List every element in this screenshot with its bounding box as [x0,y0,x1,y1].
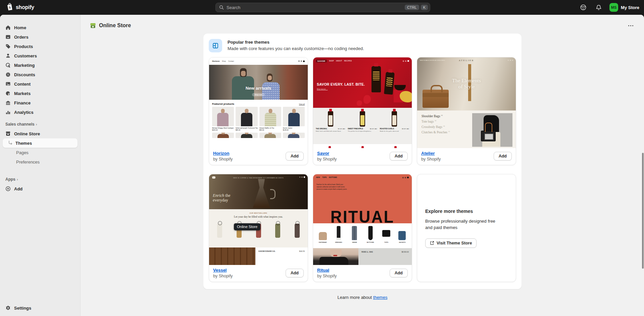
preview-category: Clutches & Pouches [422,131,447,134]
sidebar-item-label: Products [14,44,33,49]
sidebar-item-customers[interactable]: Customers [3,51,78,60]
more-actions-button[interactable] [626,23,635,28]
preview-nav-item: Shop [222,60,226,62]
theme-preview-horizon[interactable]: Horizon Shop Contact [209,57,308,148]
preview-category: Crossbody Bags [422,125,442,129]
sales-channels-header[interactable]: Sales channels › [3,120,78,129]
sidebar-item-label: Online Store [14,131,40,136]
sidebar-item-online-store[interactable]: Online Store [3,129,78,138]
preview-category: BOTTOMS [363,241,377,243]
sidebar-item-markets[interactable]: $ Markets [3,89,78,98]
sidebar-item-label: Marketing [14,63,35,68]
sidebar-item-analytics[interactable]: Analytics [3,107,78,117]
add-theme-button[interactable]: Add [286,269,304,277]
app-frame: Home Orders Products Customers Marketing… [0,15,644,316]
preview-nav-item: SHOP [329,60,334,62]
main-content: Online Store Popular free themes Made wi… [81,15,644,316]
sidebar-item-orders[interactable]: Orders [3,32,78,42]
theme-author: by Shopify [213,157,233,162]
notifications-bell-icon[interactable] [594,3,603,12]
preview-intro-text: Fashion for the wild at heart. Build you… [316,183,349,190]
preview-header-icons [402,177,409,178]
add-theme-button[interactable]: Add [286,152,304,161]
online-store-tooltip: Online Store [234,223,260,230]
sidebar-item-home[interactable]: Home [3,23,78,32]
preview-nav-item: ABOUT [336,60,342,62]
search-input[interactable] [227,5,403,10]
topbar: S shopify CTRL K MS My Store [0,0,644,15]
preview-hero-title: The Elements of Style [417,78,516,90]
theme-preview-atelier[interactable]: NEW IN BAGS SHOES ACCESSORIES ATELIER Th… [417,57,516,148]
elbow-arrow-icon [8,140,13,146]
global-search[interactable]: CTRL K [215,3,430,12]
sidebar-item-label: Finance [14,100,31,105]
sidekick-icon[interactable] [579,3,588,12]
preview-nav-item: TOPS [322,177,327,178]
add-theme-button[interactable]: Add [390,269,408,277]
sidebar-item-themes[interactable]: Themes [3,138,78,148]
theme-name-link[interactable]: Atelier [421,151,441,156]
sidebar-item-discounts[interactable]: Discounts [3,70,78,79]
preview-products: THE ORIGINAL$9.49 CAD Bold, fresh and fi… [313,108,412,144]
vertical-scrollbar[interactable] [642,153,644,269]
theme-card-vessel: NEW IN COFFEE & TEA DRINKWARE KITCHENWAR… [209,174,308,282]
preview-hero-image: NEW TOPS BOTTOMS Fashion for the wild at… [313,174,412,223]
preview-product-price: $9.49 CAD [370,128,377,130]
sidebar-item-label: Orders [14,35,29,40]
preview-product-desc: The perfect hit of tropical brightness [348,130,377,132]
theme-name-link[interactable]: Savor [317,151,337,156]
visit-theme-store-button[interactable]: Visit Theme Store [425,238,477,248]
banner-title: Popular free themes [228,39,364,45]
tag-icon [5,44,11,49]
preview-category-list: Shoulder Bags 13 Tote bags 39 Crossbody … [417,110,516,148]
preview-hero-title: New arrivals [209,86,308,91]
sidebar-item-content[interactable]: Content [3,79,78,89]
themes-panel: Popular free themes Made with core featu… [203,34,522,289]
sidebar-item-label: Add [14,186,22,191]
home-icon [5,25,11,30]
preview-product-price: $8,500.00 [402,251,409,253]
gear-icon [5,305,11,311]
sidebar-item-label: Analytics [14,110,34,115]
theme-name-link[interactable]: Ritual [317,268,337,273]
search-icon [219,5,224,10]
theme-preview-ritual[interactable]: NEW TOPS BOTTOMS Fashion for the wild at… [313,174,412,265]
preview-hero-title: RITUAL [313,207,412,223]
sidebar: Home Orders Products Customers Marketing… [0,15,81,316]
sidebar-item-settings[interactable]: Settings [3,303,78,313]
sidebar-item-label: Customers [14,53,37,58]
sidebar-item-marketing[interactable]: Marketing [3,60,78,70]
apps-header[interactable]: Apps › [3,175,78,184]
shortcut-k-key: K [421,5,428,10]
discount-icon [5,72,11,77]
chevron-right-icon: › [17,177,18,181]
preview-hero-link: Shop sauces → [317,88,328,90]
page-footer: Learn more about themes [81,289,644,300]
preview-nav-item: RECIPES [344,60,352,62]
theme-preview-savor[interactable]: SAVOR SHOP ABOUT RECIPES [313,57,412,148]
sidebar-item-pages[interactable]: Pages [3,148,78,157]
store-menu[interactable]: MS My Store [609,3,639,12]
add-theme-button[interactable]: Add [494,152,512,161]
theme-preview-vessel[interactable]: NEW IN COFFEE & TEA DRINKWARE KITCHENWAR… [209,174,308,265]
storefront-icon [5,131,11,136]
shortcut-ctrl-key: CTRL [405,5,419,10]
sidebar-item-finance[interactable]: Finance [3,98,78,107]
themes-grid: Horizon Shop Contact [203,57,522,282]
preview-product-name: Sofia Lightweight Turtleneck Top [236,127,258,129]
theme-card-footer: Horizon by Shopify Add [209,148,308,165]
preview-category-image [472,113,512,147]
sidebar-item-products[interactable]: Products [3,42,78,51]
sidebar-item-preferences[interactable]: Preferences [3,157,78,167]
theme-name-link[interactable]: Horizon [213,151,233,156]
theme-name-link[interactable]: Vessel [213,268,233,273]
footer-themes-link[interactable]: themes [373,295,388,300]
sidebar-item-add-app[interactable]: Add [3,184,78,193]
orders-icon [5,34,11,40]
preview-product-price: $9.49 CAD [338,128,345,130]
shopify-logo[interactable]: S shopify [0,3,34,12]
bar-chart-icon [5,109,11,115]
add-theme-button[interactable]: Add [390,152,408,161]
theme-card-savor: SAVOR SHOP ABOUT RECIPES [313,57,412,165]
preview-product-name: ROSE LL. BAG [361,251,373,253]
